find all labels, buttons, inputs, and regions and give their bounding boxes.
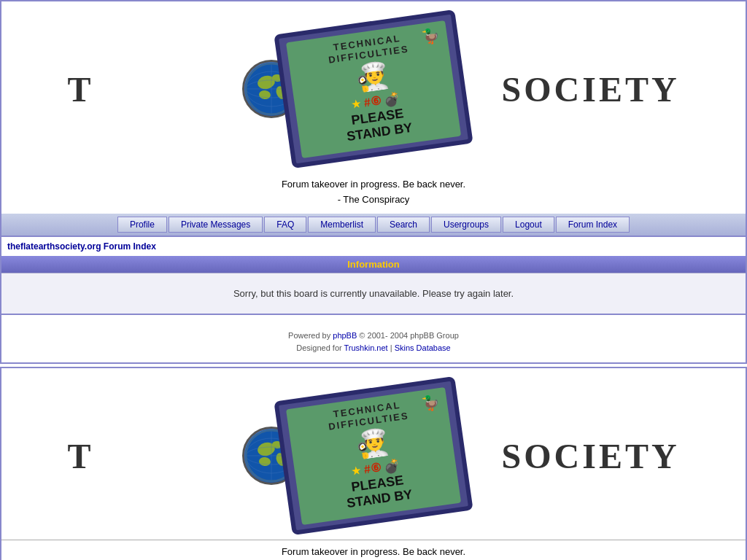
info-header-text: Information <box>347 259 400 270</box>
bottom-header-inner: T SOCIETY <box>1 376 746 536</box>
info-header: Information <box>1 256 746 273</box>
tagline-area: Forum takeover in progress. Be back neve… <box>0 173 747 214</box>
nav-logout[interactable]: Logout <box>503 217 554 233</box>
bottom-tagline-line1: Forum takeover in progress. Be back neve… <box>1 545 746 560</box>
bottom-technical-difficulties: TECHNICAL DIFFICULTIES 🦆 👨‍🍳 ★ #⑥ 💣 PLEA… <box>274 376 473 535</box>
tagline-line1: Forum takeover in progress. Be back neve… <box>1 177 746 192</box>
technical-difficulties-image: TECHNICAL DIFFICULTIES 🦆 👨‍🍳 ★ #⑥ 💣 PL <box>274 9 473 168</box>
nav-profile[interactable]: Profile <box>117 217 167 233</box>
breadcrumb-link[interactable]: theflatearthsociety.org Forum Index <box>7 241 156 252</box>
phpbb-link[interactable]: phpBB <box>333 331 357 340</box>
bottom-header-area: T SOCIETY <box>1 368 746 540</box>
header-area: T SOCIETY <box>0 0 747 173</box>
info-box: Information Sorry, but this board is cur… <box>0 256 747 315</box>
bottom-section: T SOCIETY <box>0 367 747 560</box>
bottom-tagline-area: Forum takeover in progress. Be back neve… <box>1 540 746 560</box>
footer-area: Powered by phpBB © 2001- 2004 phpBB Grou… <box>0 315 747 364</box>
info-body: Sorry, but this board is currently unava… <box>1 273 746 314</box>
info-body-text: Sorry, but this board is currently unava… <box>233 288 514 299</box>
nav-search[interactable]: Search <box>377 217 430 233</box>
tagline-line2: - The Conspiracy <box>1 192 746 208</box>
nav-usergroups[interactable]: Usergroups <box>431 217 501 233</box>
skins-link[interactable]: Skins Database <box>395 343 451 352</box>
nav-bar: Profile Private Messages FAQ Memberlist … <box>0 214 747 237</box>
footer-line2: Designed for Trushkin.net | Skins Databa… <box>1 342 746 355</box>
trushkin-link[interactable]: Trushkin.net <box>344 343 388 352</box>
header-inner: T SOCIETY <box>1 9 746 169</box>
nav-memberlist[interactable]: Memberlist <box>308 217 376 233</box>
nav-forum-index[interactable]: Forum Index <box>556 217 630 233</box>
nav-faq[interactable]: FAQ <box>264 217 306 233</box>
footer-line1: Powered by phpBB © 2001- 2004 phpBB Grou… <box>1 330 746 343</box>
nav-private-messages[interactable]: Private Messages <box>169 217 263 233</box>
breadcrumb-bar: theflatearthsociety.org Forum Index <box>0 237 747 256</box>
